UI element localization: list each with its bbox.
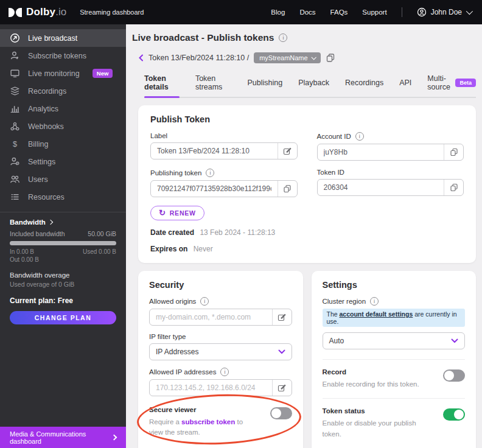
layers-icon [10,86,20,96]
dolby-logo[interactable]: Dolby.io [9,6,66,18]
sidebar-item-label: Live monitoring [28,69,80,78]
sidebar-item-label: Settings [28,158,55,166]
chevron-right-icon [48,220,53,225]
nav-link-blog[interactable]: Blog [271,9,285,16]
monitor-icon [10,68,20,79]
info-icon[interactable] [200,297,209,306]
sidebar-item-users[interactable]: Users [0,170,126,188]
tab-api[interactable]: API [399,71,411,97]
dolby-double-d-icon [9,8,22,17]
allowed-origins-field: Allowed origins [149,297,292,326]
chevron-down-icon [278,349,285,354]
tab-token-details[interactable]: Token details [144,71,180,97]
tab-multi-source[interactable]: Multi-source Beta [427,71,476,97]
edit-icon[interactable] [272,309,292,325]
date-created-value: 13 Feb 2024 - 11:28:13 [200,228,275,237]
allowed-ip-addresses-field: Allowed IP addresses [149,368,292,396]
bandwidth-used-value: Used 0.00 B [83,248,116,255]
chevron-down-icon [451,338,458,343]
user-menu[interactable]: John Doe [417,7,471,17]
sidebar-item-live-monitoring[interactable]: Live monitoring New [0,65,126,82]
copy-icon[interactable] [326,53,335,63]
tab-publishing[interactable]: Publishing [248,71,283,97]
back-chevron-icon[interactable] [138,54,144,61]
token-status-toggle[interactable] [443,408,465,421]
breadcrumb: Token 13/Feb/2024 11:28:10 / myStreamNam… [138,52,482,63]
account-id-field: Account ID [317,132,464,161]
info-icon[interactable] [355,132,364,141]
info-icon[interactable] [370,297,379,306]
record-description: Enable recording for this token. [323,379,419,390]
person-key-icon [10,51,20,61]
expires-on-label: Expires on [150,245,187,253]
subscribe-token-link[interactable]: subscribe token [181,418,235,425]
edit-icon[interactable] [278,143,297,159]
edit-icon[interactable] [272,380,292,396]
tab-token-streams[interactable]: Token streams [195,71,232,97]
token-id-input[interactable] [318,183,444,192]
nav-link-faqs[interactable]: FAQs [330,9,348,16]
breadcrumb-token-label: Token 13/Feb/2024 11:28:10 / [148,54,249,62]
security-card: Security Allowed origins IP filter type … [138,271,303,448]
main-content: Live broadcast - Publish tokens Token 13… [126,24,482,448]
bandwidth-title[interactable]: Bandwidth [10,219,116,226]
publishing-token-input[interactable] [151,184,278,193]
copy-icon[interactable] [444,180,463,195]
renew-button[interactable]: ↻ RENEW [150,206,204,220]
nav-link-docs[interactable]: Docs [299,9,315,16]
allowed-ip-addresses-input[interactable] [150,383,272,392]
record-toggle[interactable] [443,369,465,382]
cluster-region-select[interactable]: Auto [323,332,466,349]
tab-recordings[interactable]: Recordings [345,71,383,97]
ip-filter-type-select[interactable]: IP Addresses [149,343,292,360]
brand-name: Dolby.io [26,6,66,18]
token-id-field: Token ID [317,169,464,197]
info-icon[interactable] [206,169,214,177]
label-field: Label [150,132,298,161]
tab-playback[interactable]: Playback [298,71,329,97]
info-icon[interactable] [220,368,229,376]
bandwidth-overage-detail: Used overage of 0 GiB [10,281,116,288]
token-status-row: Token status Enable or disable your publ… [323,399,466,448]
ip-filter-type-field: IP filter type IP Addresses [149,333,292,360]
sidebar-item-resources[interactable]: Resources [0,188,126,206]
included-bandwidth-label: Included bandwidth [10,230,65,237]
media-communications-dashboard-button[interactable]: Media & Communications dashboard [0,427,126,448]
sidebar-item-live-broadcast[interactable]: Live broadcast [0,29,126,47]
sidebar-item-subscribe-tokens[interactable]: Subscribe tokens [0,47,126,65]
stream-name-dropdown[interactable]: myStreamName [254,52,320,63]
account-default-settings-link[interactable]: account default settings [340,310,413,318]
cluster-region-field: Cluster region The account default setti… [323,297,466,349]
token-status-description: Enable or disable your publish token. [323,418,427,439]
settings-card: Settings Cluster region The account defa… [312,271,477,448]
account-id-input[interactable] [318,148,444,156]
nav-link-support[interactable]: Support [362,9,386,16]
sidebar-item-label: Resources [28,193,65,201]
record-row: Record Enable recording for this token. [323,360,466,399]
copy-icon[interactable] [278,181,297,197]
user-name: John Doe [431,8,462,16]
sidebar-item-settings[interactable]: Settings [0,153,126,170]
account-defaults-banner: The account default settings are current… [323,309,466,327]
beta-badge: Beta [455,79,476,87]
secure-viewer-toggle[interactable] [270,407,292,419]
sidebar-item-billing[interactable]: $ Billing [0,135,126,153]
change-plan-button[interactable]: CHANGE PLAN [10,311,116,324]
secure-viewer-row: Secure viewer Require a subscribe token … [149,406,292,438]
security-heading: Security [149,280,292,290]
info-icon[interactable] [279,33,287,42]
allowed-origins-input[interactable] [150,313,272,321]
person-gear-icon [10,156,20,167]
header-divider [402,7,402,17]
new-badge: New [93,69,113,78]
sidebar-item-label: Billing [28,140,48,149]
bandwidth-in-value: In 0.00 B [10,248,34,255]
copy-icon[interactable] [444,144,463,160]
sidebar-item-webhooks[interactable]: Webhooks [0,117,126,135]
sidebar-item-label: Live broadcast [28,34,77,43]
sidebar-item-recordings[interactable]: Recordings [0,82,126,100]
bandwidth-panel: Bandwidth Included bandwidth 50.00 GiB I… [0,212,126,324]
bandwidth-overage-title: Bandwidth overage [10,271,116,279]
sidebar-item-analytics[interactable]: Analytics [0,100,126,117]
label-input[interactable] [151,147,278,155]
